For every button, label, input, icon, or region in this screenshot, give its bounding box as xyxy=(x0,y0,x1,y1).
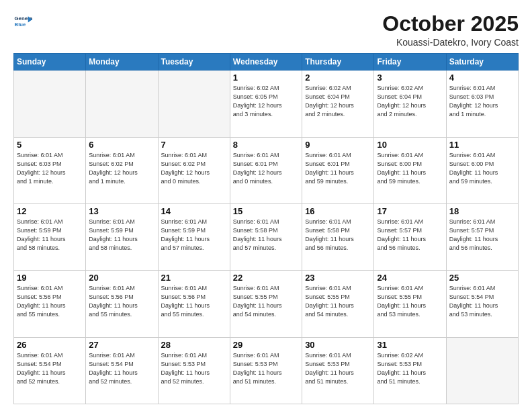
day-number: 26 xyxy=(17,340,83,350)
day-info: Sunrise: 6:01 AM Sunset: 5:54 PM Dayligh… xyxy=(449,284,515,319)
calendar-cell: 16Sunrise: 6:01 AM Sunset: 5:58 PM Dayli… xyxy=(302,203,374,270)
calendar-cell: 2Sunrise: 6:02 AM Sunset: 6:04 PM Daylig… xyxy=(302,71,374,137)
day-info: Sunrise: 6:01 AM Sunset: 5:59 PM Dayligh… xyxy=(89,218,154,253)
calendar-header-thursday: Thursday xyxy=(302,54,374,71)
header: General Blue October 2025 Kouassi-Datekr… xyxy=(13,12,519,48)
day-number: 22 xyxy=(233,273,299,283)
day-info: Sunrise: 6:01 AM Sunset: 6:02 PM Dayligh… xyxy=(161,151,227,186)
calendar-header-monday: Monday xyxy=(86,54,158,71)
calendar-header-row: SundayMondayTuesdayWednesdayThursdayFrid… xyxy=(14,54,519,71)
day-info: Sunrise: 6:01 AM Sunset: 5:53 PM Dayligh… xyxy=(161,351,227,386)
calendar-cell: 14Sunrise: 6:01 AM Sunset: 5:59 PM Dayli… xyxy=(158,203,230,270)
day-number: 13 xyxy=(89,206,154,216)
calendar-cell: 7Sunrise: 6:01 AM Sunset: 6:02 PM Daylig… xyxy=(158,137,230,203)
week-row-2: 5Sunrise: 6:01 AM Sunset: 6:03 PM Daylig… xyxy=(14,137,519,203)
calendar-cell: 22Sunrise: 6:01 AM Sunset: 5:55 PM Dayli… xyxy=(230,271,302,337)
day-info: Sunrise: 6:01 AM Sunset: 5:58 PM Dayligh… xyxy=(233,218,299,253)
day-info: Sunrise: 6:01 AM Sunset: 6:03 PM Dayligh… xyxy=(17,151,83,186)
calendar-cell: 17Sunrise: 6:01 AM Sunset: 5:57 PM Dayli… xyxy=(374,203,446,270)
day-number: 19 xyxy=(17,273,83,283)
calendar-table: SundayMondayTuesdayWednesdayThursdayFrid… xyxy=(13,53,519,404)
day-info: Sunrise: 6:01 AM Sunset: 6:02 PM Dayligh… xyxy=(89,151,154,186)
day-number: 4 xyxy=(449,73,515,83)
day-number: 21 xyxy=(161,273,227,283)
calendar-cell: 10Sunrise: 6:01 AM Sunset: 6:00 PM Dayli… xyxy=(374,137,446,203)
day-info: Sunrise: 6:01 AM Sunset: 6:01 PM Dayligh… xyxy=(305,151,371,186)
calendar-cell: 1Sunrise: 6:02 AM Sunset: 6:05 PM Daylig… xyxy=(230,71,302,137)
day-number: 10 xyxy=(377,140,443,150)
day-number: 7 xyxy=(161,140,227,150)
day-number: 18 xyxy=(449,206,515,216)
location: Kouassi-Datekro, Ivory Coast xyxy=(382,37,519,48)
day-info: Sunrise: 6:01 AM Sunset: 6:00 PM Dayligh… xyxy=(377,151,443,186)
day-number: 9 xyxy=(305,140,371,150)
day-number: 12 xyxy=(17,206,83,216)
day-info: Sunrise: 6:01 AM Sunset: 5:53 PM Dayligh… xyxy=(233,351,299,386)
day-info: Sunrise: 6:01 AM Sunset: 5:59 PM Dayligh… xyxy=(161,218,227,253)
calendar-header-sunday: Sunday xyxy=(14,54,86,71)
day-info: Sunrise: 6:01 AM Sunset: 5:57 PM Dayligh… xyxy=(449,218,515,253)
week-row-5: 26Sunrise: 6:01 AM Sunset: 5:54 PM Dayli… xyxy=(14,337,519,404)
calendar-cell: 11Sunrise: 6:01 AM Sunset: 6:00 PM Dayli… xyxy=(446,137,518,203)
day-info: Sunrise: 6:01 AM Sunset: 5:55 PM Dayligh… xyxy=(377,284,443,319)
calendar-cell: 29Sunrise: 6:01 AM Sunset: 5:53 PM Dayli… xyxy=(230,337,302,404)
calendar-cell: 26Sunrise: 6:01 AM Sunset: 5:54 PM Dayli… xyxy=(14,337,86,404)
day-info: Sunrise: 6:01 AM Sunset: 5:56 PM Dayligh… xyxy=(89,284,154,319)
calendar-cell: 28Sunrise: 6:01 AM Sunset: 5:53 PM Dayli… xyxy=(158,337,230,404)
week-row-4: 19Sunrise: 6:01 AM Sunset: 5:56 PM Dayli… xyxy=(14,271,519,337)
day-number: 20 xyxy=(89,273,154,283)
calendar-cell: 9Sunrise: 6:01 AM Sunset: 6:01 PM Daylig… xyxy=(302,137,374,203)
day-number: 31 xyxy=(377,340,443,350)
calendar-cell: 21Sunrise: 6:01 AM Sunset: 5:56 PM Dayli… xyxy=(158,271,230,337)
day-number: 6 xyxy=(89,140,154,150)
calendar-cell: 19Sunrise: 6:01 AM Sunset: 5:56 PM Dayli… xyxy=(14,271,86,337)
day-number: 3 xyxy=(377,73,443,83)
calendar-cell: 3Sunrise: 6:02 AM Sunset: 6:04 PM Daylig… xyxy=(374,71,446,137)
page: General Blue October 2025 Kouassi-Datekr… xyxy=(0,0,532,411)
calendar-cell: 15Sunrise: 6:01 AM Sunset: 5:58 PM Dayli… xyxy=(230,203,302,270)
week-row-3: 12Sunrise: 6:01 AM Sunset: 5:59 PM Dayli… xyxy=(14,203,519,270)
calendar-cell: 5Sunrise: 6:01 AM Sunset: 6:03 PM Daylig… xyxy=(14,137,86,203)
calendar-cell: 24Sunrise: 6:01 AM Sunset: 5:55 PM Dayli… xyxy=(374,271,446,337)
day-number: 30 xyxy=(305,340,371,350)
calendar-cell: 31Sunrise: 6:02 AM Sunset: 5:53 PM Dayli… xyxy=(374,337,446,404)
day-info: Sunrise: 6:01 AM Sunset: 5:59 PM Dayligh… xyxy=(17,218,83,253)
day-info: Sunrise: 6:01 AM Sunset: 5:54 PM Dayligh… xyxy=(17,351,83,386)
title-block: October 2025 Kouassi-Datekro, Ivory Coas… xyxy=(382,12,519,48)
day-info: Sunrise: 6:01 AM Sunset: 5:55 PM Dayligh… xyxy=(305,284,371,319)
calendar-cell: 25Sunrise: 6:01 AM Sunset: 5:54 PM Dayli… xyxy=(446,271,518,337)
calendar-cell xyxy=(158,71,230,137)
day-number: 17 xyxy=(377,206,443,216)
day-number: 11 xyxy=(449,140,515,150)
logo-icon: General Blue xyxy=(13,12,32,31)
day-info: Sunrise: 6:01 AM Sunset: 5:55 PM Dayligh… xyxy=(233,284,299,319)
calendar-cell: 8Sunrise: 6:01 AM Sunset: 6:01 PM Daylig… xyxy=(230,137,302,203)
calendar-header-saturday: Saturday xyxy=(446,54,518,71)
day-info: Sunrise: 6:01 AM Sunset: 5:56 PM Dayligh… xyxy=(161,284,227,319)
logo: General Blue xyxy=(13,12,32,31)
day-number: 25 xyxy=(449,273,515,283)
day-info: Sunrise: 6:01 AM Sunset: 6:01 PM Dayligh… xyxy=(233,151,299,186)
day-info: Sunrise: 6:02 AM Sunset: 6:04 PM Dayligh… xyxy=(305,84,371,119)
calendar-cell: 18Sunrise: 6:01 AM Sunset: 5:57 PM Dayli… xyxy=(446,203,518,270)
day-info: Sunrise: 6:01 AM Sunset: 5:53 PM Dayligh… xyxy=(305,351,371,386)
week-row-1: 1Sunrise: 6:02 AM Sunset: 6:05 PM Daylig… xyxy=(14,71,519,137)
day-number: 14 xyxy=(161,206,227,216)
day-info: Sunrise: 6:02 AM Sunset: 5:53 PM Dayligh… xyxy=(377,351,443,386)
day-number: 23 xyxy=(305,273,371,283)
calendar-header-tuesday: Tuesday xyxy=(158,54,230,71)
day-number: 16 xyxy=(305,206,371,216)
day-info: Sunrise: 6:01 AM Sunset: 5:54 PM Dayligh… xyxy=(89,351,154,386)
svg-text:Blue: Blue xyxy=(15,21,27,28)
day-number: 27 xyxy=(89,340,154,350)
calendar-cell: 23Sunrise: 6:01 AM Sunset: 5:55 PM Dayli… xyxy=(302,271,374,337)
calendar-cell: 13Sunrise: 6:01 AM Sunset: 5:59 PM Dayli… xyxy=(86,203,158,270)
day-info: Sunrise: 6:01 AM Sunset: 6:00 PM Dayligh… xyxy=(449,151,515,186)
calendar-cell xyxy=(14,71,86,137)
day-info: Sunrise: 6:01 AM Sunset: 5:56 PM Dayligh… xyxy=(17,284,83,319)
calendar-header-wednesday: Wednesday xyxy=(230,54,302,71)
day-number: 15 xyxy=(233,206,299,216)
month-title: October 2025 xyxy=(382,12,519,36)
day-info: Sunrise: 6:02 AM Sunset: 6:04 PM Dayligh… xyxy=(377,84,443,119)
calendar-cell xyxy=(86,71,158,137)
